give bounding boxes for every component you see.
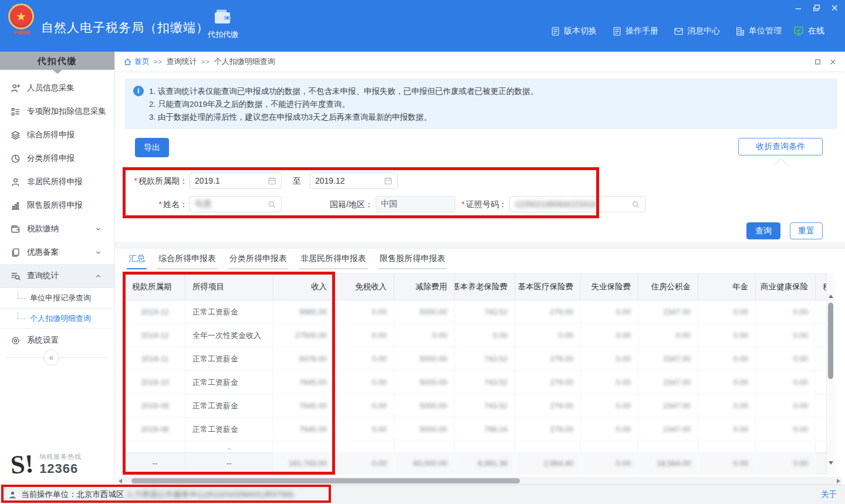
sidebar-item-system-settings[interactable]: 系统设置 (0, 329, 114, 352)
module-tab-label: 代扣代缴 (203, 29, 243, 40)
result-table: 税款所属期所得项目收入免税收入减除费用基本养老保险费基本医疗保险费失业保险费住房… (125, 273, 825, 474)
vertical-scrollbar[interactable] (826, 273, 834, 474)
status-bar: 当前操作单位：北京市西城区人力资源公共服务中心(91110102MA01JRXT… (0, 485, 845, 504)
scroll-up-arrow[interactable] (829, 295, 833, 298)
sidebar-item-special-deduction[interactable]: 专项附加扣除信息采集 (0, 100, 114, 123)
amount-cell: 0.00 (756, 418, 816, 441)
notice-line: 2. 只能查询2019年及之后的数据，不能进行跨年度查询。 (149, 98, 538, 111)
collapse-query-button[interactable]: 收折查询条件 (738, 138, 823, 155)
panel-controls (814, 58, 837, 66)
calendar-icon[interactable] (268, 177, 276, 185)
id-number-input[interactable]: 110502199304223319 (509, 196, 645, 212)
tab-classified[interactable]: 分类所得申报表 (228, 251, 289, 269)
sidebar-item-comprehensive-income[interactable]: 综合所得申报 (0, 123, 114, 147)
breadcrumb-separator: >> (154, 58, 163, 65)
sidebar-item-preferential-filing[interactable]: 优惠备案 (0, 241, 114, 264)
minimize-icon[interactable] (794, 4, 803, 12)
sidebar-item-label: 优惠备案 (27, 247, 59, 258)
sidebar-item-label: 非居民所得申报 (27, 177, 83, 187)
tab-nonresident[interactable]: 非居民所得申报表 (299, 251, 368, 269)
breadcrumb-home[interactable]: 首页 (123, 56, 150, 67)
name-input[interactable]: 马慧 (190, 196, 282, 212)
tab-restricted[interactable]: 限售股所得申报表 (378, 251, 447, 269)
header-menu-message-center[interactable]: 消息中心 (674, 26, 720, 36)
tab-summary[interactable]: 汇总 (127, 251, 147, 269)
sidebar-item-classified-income[interactable]: 分类所得申报 (0, 147, 114, 170)
table-column-header: 收入 (273, 273, 334, 300)
totals-cell: -- (125, 452, 185, 474)
table-row: 2019-12正常工资薪金9985.000.005000.00743.52279… (125, 300, 825, 324)
header-menu-org-management[interactable]: 单位管理 (735, 26, 782, 36)
period-cell: 2019-10 (125, 371, 185, 394)
table-column-header: 减除费用 (394, 273, 455, 300)
header-menu-manual[interactable]: 操作手册 (612, 26, 658, 36)
period-to-input[interactable]: 2019.12 (310, 172, 398, 189)
period-to-label: 至 (289, 172, 305, 189)
table-row: 2019-10正常工资薪金7645.000.005000.00743.52279… (125, 371, 825, 394)
hotline-logo: S! (10, 452, 35, 476)
totals-cell: 0.00 (698, 452, 756, 474)
amount-cell: 5000.00 (394, 371, 455, 394)
gear-icon (11, 336, 21, 346)
totals-cell: 8,991.36 (455, 452, 515, 474)
table-column-header: 年金 (698, 273, 756, 300)
module-tab-withholding[interactable]: 代扣代缴 (203, 9, 243, 40)
calendar-icon[interactable] (384, 177, 393, 185)
ellipsis-cell (698, 441, 756, 452)
ellipsis-cell (394, 441, 455, 452)
horizontal-scroll-thumb[interactable] (131, 478, 520, 483)
sidebar-item-tax-payment[interactable]: 税款缴纳 (0, 217, 114, 241)
result-tabs: 汇总综合所得申报表分类所得申报表非居民所得申报表限售股所得申报表 (127, 251, 447, 269)
amount-cell: 5000.00 (394, 300, 455, 324)
wallet-icon (214, 9, 232, 25)
sidebar-item-label: 人员信息采集 (27, 83, 75, 93)
current-unit-blurred: 人力资源公共服务中心(91110102MA01JRXT84) (126, 489, 294, 500)
amount-cell: 5000.00 (394, 347, 455, 371)
sidebar-item-label: 系统设置 (27, 335, 59, 346)
period-cell: 2019-12 (125, 300, 185, 324)
search-icon[interactable] (268, 200, 276, 209)
amount-cell: 0.00 (698, 324, 756, 347)
panel-maximize-icon[interactable] (814, 58, 822, 66)
tab-comprehensive[interactable]: 综合所得申报表 (157, 251, 218, 269)
notice-line: 3. 由于数据处理的滞后性，建议您在申报成功3天之后再来查询最新的申报数据。 (149, 111, 538, 124)
amount-cell: 279.00 (515, 371, 581, 394)
amount-cell: 743.52 (455, 300, 515, 324)
ellipsis-cell (515, 441, 581, 452)
period-label: *税款所属期： (127, 172, 188, 189)
sidebar-collapse-button[interactable]: « (43, 350, 59, 366)
close-icon[interactable] (830, 4, 839, 12)
reset-button[interactable]: 重置 (790, 222, 823, 239)
table-column-header: 基本医疗保险费 (515, 273, 581, 300)
amount-cell: 279.00 (515, 300, 581, 324)
export-button[interactable]: 导出 (135, 138, 169, 157)
sidebar-item-label: 专项附加扣除信息采集 (27, 106, 106, 117)
scroll-down-arrow[interactable] (829, 461, 833, 465)
horizontal-scrollbar[interactable] (116, 477, 843, 485)
doc-icon (550, 26, 560, 36)
sidebar-item-restricted-stock[interactable]: 限售股所得申报 (0, 194, 114, 217)
name-label: *姓名： (150, 196, 188, 212)
ellipsis-cell (638, 441, 698, 452)
tree-guide (18, 292, 25, 299)
sidebar-item-nonresident-income[interactable]: 非居民所得申报 (0, 170, 114, 194)
ellipsis-cell (125, 441, 185, 452)
scroll-right-arrow[interactable] (837, 479, 840, 483)
panel-close-icon[interactable] (829, 58, 837, 66)
nationality-label: 国籍/地区： (326, 196, 373, 212)
query-button[interactable]: 查询 (746, 222, 780, 239)
scroll-left-arrow[interactable] (119, 479, 122, 483)
amount-cell: 279.00 (515, 347, 581, 371)
layers-icon (11, 130, 21, 140)
period-from-input[interactable]: 2019.1 (190, 172, 282, 189)
sidebar-subitem-personal-withholding-detail-query[interactable]: 个人扣缴明细查询 (0, 308, 114, 329)
header-menu-version-switch[interactable]: 版本切换 (550, 26, 597, 36)
period-cell: 2019-09 (125, 394, 185, 418)
search-icon[interactable] (631, 200, 640, 209)
vertical-scroll-thumb[interactable] (828, 303, 833, 379)
sidebar-item-personnel-info[interactable]: 人员信息采集 (0, 76, 114, 100)
about-link[interactable]: 关于 (821, 489, 837, 500)
restore-icon[interactable] (812, 4, 821, 12)
sidebar-item-query-statistics[interactable]: 查询统计 (0, 264, 114, 287)
sidebar-subitem-unit-declare-record-query[interactable]: 单位申报记录查询 (0, 287, 114, 308)
